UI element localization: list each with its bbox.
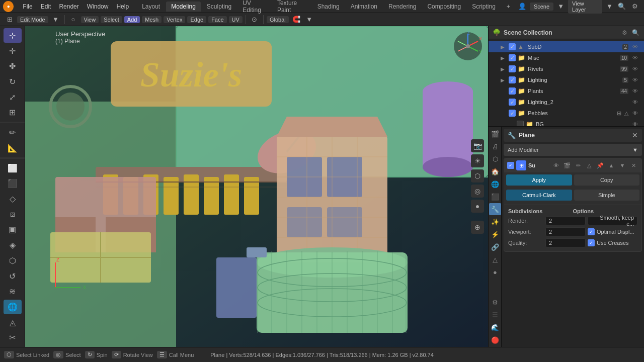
select-menu[interactable]: Select xyxy=(101,16,122,23)
view-layer-expand-icon[interactable]: ▼ xyxy=(604,1,615,12)
tool-cursor[interactable]: ✛ xyxy=(4,44,22,58)
props-tab-view-layer[interactable]: ⬡ xyxy=(489,153,501,165)
outliner-item-bg[interactable]: 📁 BG 👁 xyxy=(489,119,644,127)
outliner-eye-rivets[interactable]: 👁 xyxy=(630,66,640,72)
quality-value[interactable]: 2 xyxy=(545,238,586,247)
modifier-cage-icon[interactable]: △ xyxy=(584,160,594,170)
axis-gizmo[interactable]: X Y Z xyxy=(453,31,483,61)
props-tab-bottom-4[interactable]: 🔴 xyxy=(489,334,501,346)
menu-render[interactable]: Render xyxy=(55,2,83,11)
tab-shading[interactable]: Shading xyxy=(312,2,345,12)
props-tab-bottom-2[interactable]: ☰ xyxy=(489,309,501,321)
search-icon[interactable]: 🔍 xyxy=(617,1,627,12)
outliner-search-icon[interactable]: 🔍 xyxy=(631,28,640,37)
modifier-enable-toggle[interactable]: ✓ xyxy=(507,162,514,169)
props-tab-modifier[interactable]: 🔧 xyxy=(489,203,501,215)
modifier-down-icon[interactable]: ▼ xyxy=(617,160,627,170)
outliner-item-pebbles[interactable]: ✓ 📁 Pebbles ⊞ △ 👁 xyxy=(489,108,644,119)
tool-spin[interactable]: ↺ xyxy=(4,269,22,284)
modifier-render-icon[interactable]: 🎬 xyxy=(562,160,572,170)
props-tab-particles[interactable]: ✨ xyxy=(489,216,501,228)
menu-window[interactable]: Window xyxy=(83,2,113,11)
tool-offset-edge[interactable]: ▣ xyxy=(4,223,22,237)
tool-smooth[interactable]: ≋ xyxy=(4,284,22,299)
view-layer-selector[interactable]: View Layer xyxy=(568,0,602,14)
menu-file[interactable]: File xyxy=(19,2,36,11)
props-tab-physics[interactable]: ⚡ xyxy=(489,228,501,240)
optimal-display-checkbox[interactable]: ✓ xyxy=(588,228,595,235)
uv-menu[interactable]: UV xyxy=(229,16,243,23)
tool-loop-cut[interactable]: ⧇ xyxy=(4,207,22,222)
outliner-eye-misc[interactable]: 👁 xyxy=(630,55,640,61)
add-modifier-button[interactable]: Add Modifier ▼ xyxy=(504,144,642,156)
copy-button[interactable]: Copy xyxy=(574,174,640,186)
proportional-icon[interactable]: ⊙ xyxy=(249,14,260,25)
outliner-item-lighting[interactable]: ▶ ✓ 📁 Lighting 5 👁 xyxy=(489,74,644,85)
viewport-shading-icon[interactable]: ○ xyxy=(68,14,79,25)
outliner-eye-lighting[interactable]: 👁 xyxy=(630,77,640,83)
outliner-eye-bg[interactable]: 👁 xyxy=(630,121,640,127)
viewport-value[interactable]: 2 xyxy=(545,227,586,236)
outliner-check-pebbles[interactable]: ✓ xyxy=(509,110,516,117)
outliner-check-lighting[interactable]: ✓ xyxy=(509,76,516,83)
outliner-item-misc[interactable]: ▶ ✓ 📁 Misc 10 👁 xyxy=(489,52,644,63)
menu-help[interactable]: Help xyxy=(112,2,133,11)
tool-scale[interactable]: ⤢ xyxy=(4,90,22,105)
vp-gizmo-icon[interactable]: ⊕ xyxy=(471,221,484,234)
outliner-item-rivets[interactable]: ▶ ✓ 📁 Rivets 99 👁 xyxy=(489,63,644,74)
transform-selector[interactable]: Global xyxy=(267,16,289,23)
smooth-dropdown[interactable]: Smooth, keep c... xyxy=(588,216,637,225)
mode-expand-icon[interactable]: ▼ xyxy=(50,14,61,25)
filter-icon[interactable]: ⚙ xyxy=(629,1,640,12)
vp-overlay-icon[interactable]: ◎ xyxy=(471,185,484,198)
face-menu[interactable]: Face xyxy=(208,16,226,23)
modifier-remove-icon[interactable]: ✕ xyxy=(628,160,638,170)
user-icon[interactable]: 👤 xyxy=(517,1,528,12)
tool-transform[interactable]: ⊞ xyxy=(4,105,22,120)
edge-menu[interactable]: Edge xyxy=(187,16,206,23)
tool-measure[interactable]: 📐 xyxy=(4,141,22,155)
catmull-clark-button[interactable]: Catmull-Clark xyxy=(506,190,572,201)
outliner-check-subd[interactable]: ✓ xyxy=(509,43,516,50)
snap-magnet-icon[interactable]: 🧲 xyxy=(291,14,302,25)
expand-icon[interactable]: ▼ xyxy=(555,1,566,12)
tool-poly-build[interactable]: ⬡ xyxy=(4,253,22,268)
tool-bevel[interactable]: ◇ xyxy=(4,192,22,206)
props-tab-material[interactable]: ● xyxy=(489,266,501,278)
props-tab-object[interactable]: ⬛ xyxy=(489,191,501,203)
props-tab-output[interactable]: 🖨 xyxy=(489,140,501,152)
mesh-menu[interactable]: Mesh xyxy=(142,16,162,23)
tool-move[interactable]: ✤ xyxy=(4,59,22,73)
outliner-item-plants[interactable]: ✓ 📁 Plants 44 👁 xyxy=(489,85,644,97)
apply-button[interactable]: Apply xyxy=(506,174,572,186)
outliner-eye-pebbles[interactable]: 👁 xyxy=(630,110,640,116)
modifier-pin-icon[interactable]: 📌 xyxy=(595,160,605,170)
tab-scripting[interactable]: Scripting xyxy=(467,2,501,12)
mode-icon[interactable]: ⊞ xyxy=(4,14,15,25)
outliner-eye-subd[interactable]: 👁 xyxy=(630,44,640,50)
tool-shrink-fatten[interactable]: 🌐 xyxy=(4,300,22,314)
outliner-check-misc[interactable]: ✓ xyxy=(509,54,516,61)
tool-shear[interactable]: ◬ xyxy=(4,315,22,330)
outliner-item-subd[interactable]: ▶ ✓ ▲ SubD 2 👁 xyxy=(489,41,644,52)
use-creases-checkbox[interactable]: ✓ xyxy=(588,239,595,246)
modifier-realtime-icon[interactable]: 👁 xyxy=(551,160,561,170)
vp-camera-icon[interactable]: 📷 xyxy=(471,139,484,152)
outliner-check-plants[interactable]: ✓ xyxy=(509,87,516,95)
outliner-check-bg[interactable] xyxy=(517,121,524,127)
modifier-edit-icon[interactable]: ✏ xyxy=(573,160,583,170)
props-tab-bottom-3[interactable]: 🌊 xyxy=(489,321,501,333)
props-tab-constraints[interactable]: 🔗 xyxy=(489,241,501,253)
props-tab-render[interactable]: 🎬 xyxy=(489,128,501,140)
tab-sculpting[interactable]: Sculpting xyxy=(202,2,236,12)
tool-rotate[interactable]: ↻ xyxy=(4,74,22,89)
tool-extrude[interactable]: ⬜ xyxy=(4,161,22,175)
tab-layout[interactable]: Layout xyxy=(137,2,165,12)
props-tab-bottom-1[interactable]: ⚙ xyxy=(489,296,501,308)
tool-inset[interactable]: ⬛ xyxy=(4,176,22,191)
tab-uv-editing[interactable]: UV Editing xyxy=(237,0,271,15)
render-value[interactable]: 2 xyxy=(545,216,586,225)
tab-modeling[interactable]: Modeling xyxy=(166,2,201,12)
outliner-check-lighting2[interactable]: ✓ xyxy=(509,99,516,106)
prop-close-icon[interactable]: ✕ xyxy=(632,131,638,139)
